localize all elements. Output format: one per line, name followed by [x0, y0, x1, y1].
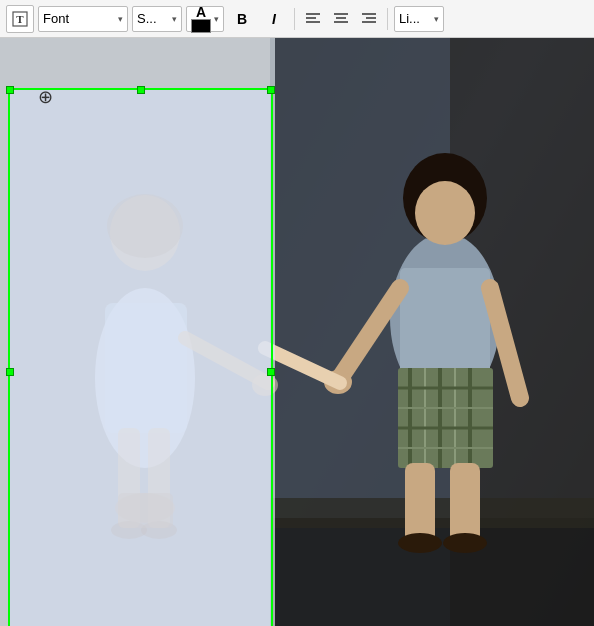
svg-point-33 — [443, 533, 487, 553]
svg-text:T: T — [16, 13, 24, 25]
align-right-button[interactable] — [357, 6, 381, 32]
size-dropdown[interactable]: S... ▾ — [132, 6, 182, 32]
text-tool-button[interactable]: T — [6, 5, 34, 33]
color-dropdown-arrow: ▾ — [214, 14, 219, 24]
resize-handle-tr[interactable] — [267, 86, 275, 94]
resize-handle-tl[interactable] — [6, 86, 14, 94]
color-indicator — [191, 19, 211, 33]
font-label: Font — [43, 11, 69, 26]
resize-handle-mr[interactable] — [267, 368, 275, 376]
align-center-icon — [333, 12, 349, 26]
divider-1 — [294, 8, 295, 30]
color-dropdown[interactable]: A ▾ — [186, 6, 224, 32]
font-dropdown-arrow: ▾ — [118, 14, 123, 24]
size-dropdown-arrow: ▾ — [172, 14, 177, 24]
canvas-area[interactable]: ⊕ — [0, 38, 594, 626]
color-label: A — [196, 5, 206, 19]
selected-text-box[interactable] — [8, 88, 273, 626]
svg-rect-20 — [398, 368, 493, 468]
align-left-icon — [305, 12, 321, 26]
divider-2 — [387, 8, 388, 30]
align-center-button[interactable] — [329, 6, 353, 32]
align-left-button[interactable] — [301, 6, 325, 32]
svg-rect-19 — [400, 268, 490, 378]
align-right-icon — [361, 12, 377, 26]
bold-button[interactable]: B — [228, 6, 256, 32]
svg-rect-30 — [405, 463, 435, 543]
size-label: S... — [137, 11, 157, 26]
font-dropdown[interactable]: Font ▾ — [38, 6, 128, 32]
resize-handle-ml[interactable] — [6, 368, 14, 376]
line-dropdown-arrow: ▾ — [434, 14, 439, 24]
text-tool-icon: T — [12, 11, 28, 27]
svg-rect-31 — [450, 463, 480, 543]
line-spacing-dropdown[interactable]: Li... ▾ — [394, 6, 444, 32]
toolbar: T Font ▾ S... ▾ A ▾ B I — [0, 0, 594, 38]
svg-point-32 — [398, 533, 442, 553]
svg-point-18 — [415, 181, 475, 245]
move-cursor-icon: ⊕ — [38, 86, 53, 108]
resize-handle-tm[interactable] — [137, 86, 145, 94]
line-label: Li... — [399, 11, 420, 26]
italic-button[interactable]: I — [260, 6, 288, 32]
